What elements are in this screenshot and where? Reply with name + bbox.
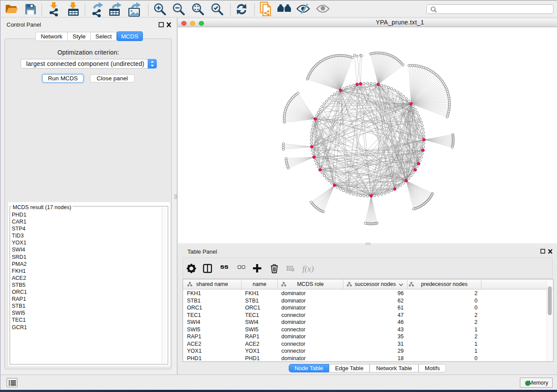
svg-text:f(x): f(x) [302,264,314,274]
